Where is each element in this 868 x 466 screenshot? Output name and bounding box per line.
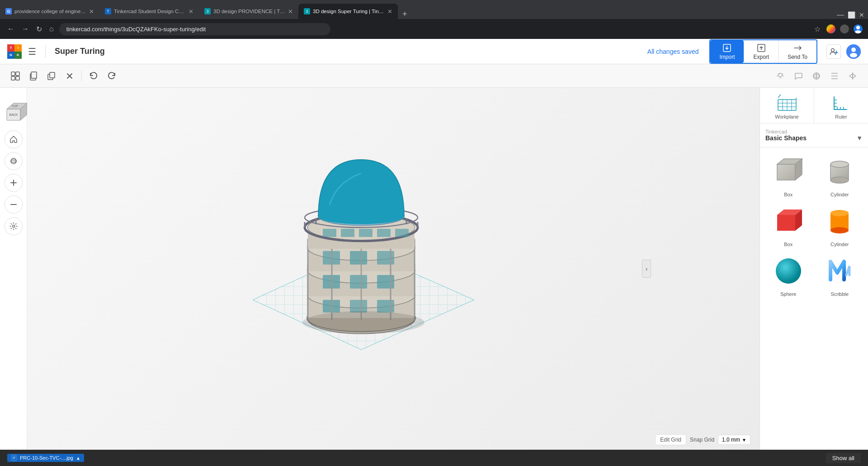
- header-actions: Import Export Send To: [709, 39, 817, 64]
- address-input[interactable]: [59, 23, 330, 35]
- tab-favicon-1: G: [5, 8, 12, 14]
- home-view-button[interactable]: [5, 130, 23, 148]
- back-button[interactable]: ←: [5, 24, 16, 34]
- svg-point-0: [856, 26, 860, 29]
- user-profile-avatar[interactable]: [846, 44, 861, 59]
- shape-cylinder-solid[interactable]: Cylinder: [817, 203, 863, 247]
- redo-button[interactable]: [104, 68, 120, 84]
- panel-title: Basic Shapes ▼: [765, 134, 863, 142]
- shape-preview-cylinder-solid: [819, 203, 860, 239]
- tinkercad-logo[interactable]: T I N K: [7, 44, 22, 59]
- minimize-button[interactable]: —: [837, 11, 844, 19]
- browser-tab-1[interactable]: G providence college of engineerin... ✕: [0, 4, 99, 19]
- header-separator: [45, 45, 46, 58]
- shape-sphere-solid[interactable]: Sphere: [765, 252, 811, 297]
- svg-text:BACK: BACK: [9, 113, 18, 116]
- shape-preview-cylinder-wireframe: [819, 153, 860, 189]
- import-button[interactable]: Import: [710, 40, 744, 63]
- export-button[interactable]: Export: [744, 40, 778, 63]
- shape-cylinder-wireframe[interactable]: Cylinder: [817, 153, 863, 197]
- 3d-scene: [221, 124, 492, 388]
- tab-favicon-4: 3: [304, 8, 310, 14]
- shape-label-sphere: Sphere: [780, 291, 796, 297]
- tab-close-2[interactable]: ✕: [189, 8, 193, 15]
- close-button[interactable]: ✕: [859, 11, 864, 19]
- settings-view-button[interactable]: [5, 217, 23, 235]
- mirror-button[interactable]: [844, 68, 861, 84]
- browser-tab-4[interactable]: 3 3D design Super Turing | Tinkerc... ✕: [298, 4, 398, 19]
- svg-point-82: [302, 311, 425, 334]
- tab-title-3: 3D design PROVIDENCE | Tinker...: [213, 9, 285, 14]
- grid-controls: Edit Grid Snap Grid 1.0 mm ▼: [655, 434, 750, 445]
- svg-rect-9: [16, 72, 19, 76]
- tab-favicon-3: 3: [204, 8, 211, 14]
- saved-status: All changes saved: [647, 48, 699, 55]
- file-expand-icon[interactable]: ▲: [76, 456, 80, 461]
- svg-marker-25: [849, 74, 853, 78]
- svg-point-110: [830, 210, 849, 216]
- show-all-button[interactable]: Show all: [826, 453, 861, 463]
- panel-section-label: Tinkercad: [765, 129, 863, 134]
- export-label: Export: [753, 54, 769, 60]
- undo-button[interactable]: [85, 68, 102, 84]
- tab-close-3[interactable]: ✕: [288, 8, 293, 15]
- tab-close-1[interactable]: ✕: [89, 8, 94, 15]
- reload-button[interactable]: ↻: [34, 24, 44, 34]
- extension-icon-2[interactable]: [840, 24, 849, 33]
- svg-rect-56: [377, 251, 394, 265]
- ruler-tool[interactable]: Ruler: [814, 88, 868, 123]
- workplane-label: Workplane: [775, 114, 798, 119]
- canvas-area[interactable]: › Edit Grid Snap Grid 1.0 mm ▼: [27, 88, 760, 450]
- collapse-icon[interactable]: ▼: [856, 134, 863, 142]
- home-nav-button[interactable]: ⌂: [47, 24, 56, 34]
- duplicate-button[interactable]: [43, 68, 60, 84]
- forward-button[interactable]: →: [20, 24, 31, 34]
- tab-close-4[interactable]: ✕: [387, 8, 392, 15]
- speech-button[interactable]: [790, 68, 807, 84]
- add-user-button[interactable]: [826, 44, 841, 59]
- group-button[interactable]: [7, 68, 24, 84]
- logo-cell-t: T: [7, 44, 14, 52]
- workplane-icon: [776, 93, 798, 112]
- workplane-tool[interactable]: Workplane: [760, 88, 814, 123]
- view-cube[interactable]: TOP BACK: [0, 93, 29, 125]
- orbit-view-button[interactable]: [5, 152, 23, 170]
- shape-box-solid[interactable]: Box: [765, 203, 811, 247]
- svg-point-102: [830, 161, 849, 167]
- tab-favicon-2: T: [105, 8, 111, 14]
- user-avatar[interactable]: [854, 24, 863, 33]
- restore-button[interactable]: ⬜: [848, 11, 855, 19]
- svg-point-37: [12, 225, 14, 228]
- bookmark-icon[interactable]: ☆: [813, 24, 822, 33]
- panel-top: Tinkercad Basic Shapes ▼: [760, 124, 868, 147]
- shape-label-cylinder-solid: Cylinder: [830, 242, 849, 247]
- zoom-in-button[interactable]: [5, 174, 23, 192]
- align-button[interactable]: [826, 68, 843, 84]
- panel-tools: Workplane Ruler: [760, 88, 868, 124]
- svg-point-7: [850, 53, 857, 57]
- shape-scribble[interactable]: Scribble: [817, 252, 863, 297]
- panel-collapse-arrow[interactable]: ›: [642, 260, 651, 278]
- browser-tab-3[interactable]: 3 3D design PROVIDENCE | Tinker... ✕: [199, 4, 298, 19]
- send-to-button[interactable]: Send To: [778, 40, 816, 63]
- shapes-grid: Box: [760, 147, 868, 302]
- delete-button[interactable]: [61, 68, 78, 84]
- hamburger-menu-icon[interactable]: ☰: [28, 46, 36, 57]
- browser-tab-bar: G providence college of engineerin... ✕ …: [0, 0, 868, 19]
- extension-icon-1[interactable]: [826, 24, 835, 33]
- svg-rect-15: [50, 72, 55, 78]
- import-label: Import: [719, 54, 735, 60]
- light-button[interactable]: [772, 68, 788, 84]
- svg-point-6: [851, 48, 856, 52]
- orbit-button[interactable]: [808, 68, 825, 84]
- shape-label-cylinder-wireframe: Cylinder: [830, 192, 849, 197]
- edit-grid-button[interactable]: Edit Grid: [655, 434, 686, 445]
- shape-box-wireframe[interactable]: Box: [765, 153, 811, 197]
- zoom-out-button[interactable]: [5, 195, 23, 214]
- snap-grid-value[interactable]: 1.0 mm ▼: [718, 435, 750, 445]
- shape-label-scribble: Scribble: [830, 291, 849, 297]
- new-tab-button[interactable]: +: [398, 10, 412, 19]
- copy-style-button[interactable]: [25, 68, 42, 84]
- svg-rect-75: [323, 229, 336, 237]
- browser-tab-2[interactable]: T Tinkercad Student Design Conte... ✕: [99, 4, 199, 19]
